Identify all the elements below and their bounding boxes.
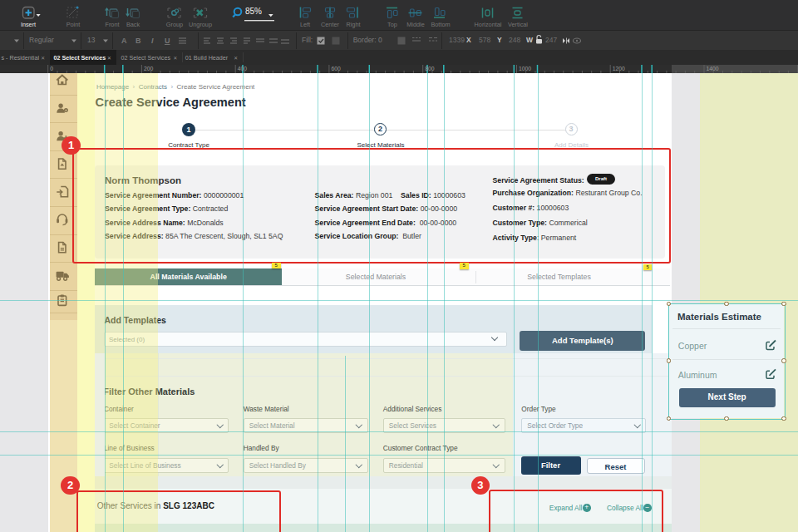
svg-text:Y: Y bbox=[497, 36, 502, 44]
svg-text:600: 600 bbox=[331, 66, 341, 71]
svg-text:800: 800 bbox=[425, 66, 435, 71]
svg-text:0: 0 bbox=[378, 36, 382, 44]
svg-text:W: W bbox=[526, 36, 534, 44]
svg-text:A: A bbox=[121, 37, 127, 45]
svg-text:200: 200 bbox=[144, 66, 154, 71]
svg-text:Border:: Border: bbox=[353, 36, 377, 44]
svg-text:578: 578 bbox=[479, 36, 490, 44]
svg-text:U: U bbox=[165, 37, 170, 45]
svg-text:248: 248 bbox=[509, 36, 520, 44]
svg-text:Regular: Regular bbox=[29, 36, 54, 44]
svg-text:1339: 1339 bbox=[449, 36, 465, 44]
svg-text:B: B bbox=[135, 37, 141, 45]
svg-text:X: X bbox=[466, 36, 471, 44]
svg-text:1400: 1400 bbox=[707, 66, 719, 71]
svg-text:I: I bbox=[151, 37, 154, 45]
svg-text:1200: 1200 bbox=[613, 66, 625, 71]
svg-text:Fill:: Fill: bbox=[302, 36, 313, 44]
svg-text:13: 13 bbox=[87, 36, 96, 44]
svg-text:0: 0 bbox=[50, 66, 53, 71]
svg-text:247: 247 bbox=[545, 36, 557, 44]
svg-text:1000: 1000 bbox=[519, 66, 531, 71]
svg-text:400: 400 bbox=[238, 66, 248, 71]
